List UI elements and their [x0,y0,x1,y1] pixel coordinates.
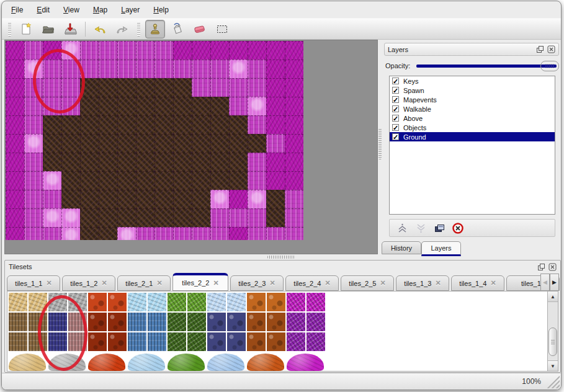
layer-visibility-checkbox[interactable]: ✓ [392,124,399,131]
undo-button[interactable] [90,20,110,38]
tileset-puff-tile-ice_puff[interactable] [128,354,165,371]
tileset-tile-crystal_dark[interactable] [207,313,226,331]
tileset-tile-vine_dark[interactable] [168,332,186,351]
close-tab-icon[interactable]: ✕ [435,279,441,287]
tileset-tile-coral_dark[interactable] [247,313,266,331]
tileset-tile-bark[interactable] [9,332,27,351]
dock-tab-history[interactable]: History [382,241,421,254]
tileset-tile-sand[interactable] [9,293,27,311]
layer-visibility-checkbox[interactable]: ✓ [392,87,399,94]
layer-visibility-checkbox[interactable]: ✓ [392,105,399,112]
tileset-puff-tile-fire_puff[interactable] [88,354,125,371]
layer-visibility-checkbox[interactable]: ✓ [392,133,399,140]
tileset-tile-crystal_dark[interactable] [227,313,246,331]
layer-visibility-checkbox[interactable]: ✓ [392,115,399,122]
eraser-button[interactable] [190,20,210,38]
duplicate-layer-button[interactable] [432,221,447,235]
tileset-tile-crystal_dark[interactable] [207,332,226,351]
menu-item-layer[interactable]: Layer [114,4,146,16]
menu-item-edit[interactable]: Edit [30,4,56,16]
close-panel-icon[interactable] [548,262,557,271]
new-button[interactable] [16,20,36,38]
tileset-tile-bark[interactable] [9,313,27,331]
stamp-button[interactable] [145,20,165,38]
tileset-tile-fire_dark[interactable] [108,332,127,351]
tileset-tile-ice_col[interactable] [128,313,146,331]
tileset-tile-sand[interactable] [29,293,47,311]
tileset-tile-coral_dark[interactable] [267,313,285,331]
tileset-scrollbar[interactable]: ▲ ▼ [547,291,558,372]
tileset-tile-vine[interactable] [187,293,206,311]
tileset-tab-tiles_1_2[interactable]: tiles_1_2✕ [62,275,115,291]
close-tab-icon[interactable]: ✕ [380,279,385,287]
select-button[interactable] [212,20,232,38]
layer-row-mapevents[interactable]: ✓Mapevents [390,95,555,104]
tileset-tile-crystal[interactable] [227,293,246,311]
tileset-tile-stone[interactable] [68,293,87,311]
scroll-tabs-left-button[interactable]: ◀ [540,274,550,291]
tileset-puff-tile-coral_puff[interactable] [247,354,284,371]
tileset-tile-vine_dark[interactable] [187,332,206,351]
tileset-tab-tiles_2_3[interactable]: tiles_2_3✕ [230,275,284,291]
map-canvas[interactable] [6,41,304,240]
tileset-tile-vine_dark[interactable] [187,313,206,331]
tileset-tile-fire_dark[interactable] [88,313,107,331]
close-tab-icon[interactable]: ✕ [269,279,275,287]
tileset-tile-vine[interactable] [168,293,186,311]
layer-row-keys[interactable]: ✓Keys [390,76,555,86]
menu-item-map[interactable]: Map [86,4,114,16]
tileset-tile-bark[interactable] [29,332,47,351]
tileset-tile-crystal_dark[interactable] [227,332,246,351]
fill-button[interactable] [168,20,187,38]
close-tab-icon[interactable]: ✕ [325,279,330,287]
layer-row-above[interactable]: ✓Above [390,114,555,123]
layer-row-walkable[interactable]: ✓Walkable [390,104,555,114]
close-tab-icon[interactable]: ✕ [156,279,162,287]
tileset-tile-fire[interactable] [108,293,127,311]
tileset-tab-tiles_1_3[interactable]: tiles_1_3✕ [396,275,449,291]
scroll-tabs-right-button[interactable]: ▶ [550,274,559,291]
tileset-tile-bark[interactable] [29,313,47,331]
tileset-tab-tiles_2_5[interactable]: tiles_2_5✕ [341,275,394,291]
opacity-slider-handle[interactable] [540,61,559,71]
layer-visibility-checkbox[interactable]: ✓ [392,96,399,103]
dock-tab-layers[interactable]: Layers [421,241,461,256]
tileset-tile-crystal[interactable] [207,293,226,311]
close-tab-icon[interactable]: ✕ [213,279,218,287]
tileset-tile-ice_scale[interactable] [148,293,166,311]
close-tab-icon[interactable]: ✕ [46,279,51,287]
tileset-tile-coral_dark[interactable] [267,332,285,351]
tileset-puff-tile-crystal_puff[interactable] [207,354,244,371]
scrollbar-thumb[interactable] [548,327,557,356]
menu-item-file[interactable]: File [4,4,30,16]
delete-layer-button[interactable] [450,221,465,235]
tileset-tile-stone[interactable] [48,293,67,311]
float-panel-icon[interactable] [537,262,545,271]
tileset-tile-coral_dark[interactable] [247,332,266,351]
tileset-tile-mauve[interactable] [68,313,87,331]
scroll-down-button[interactable]: ▼ [548,360,558,371]
tileset-tile-ice_col[interactable] [148,332,166,351]
open-button[interactable] [38,20,58,38]
move-layer-up-button[interactable] [395,221,410,235]
menu-item-view[interactable]: View [56,4,86,16]
tileset-tile-navy[interactable] [48,313,67,331]
tileset-tile-web[interactable] [307,293,325,311]
tileset-tile-fire_dark[interactable] [108,313,127,331]
tileset-puff-tile-vine_puff[interactable] [168,354,205,371]
layer-row-ground[interactable]: ✓Ground [390,132,555,141]
tileset-tile-vine_dark[interactable] [168,313,186,331]
toolbar-grip[interactable] [137,22,140,37]
tileset-tile-fire_dark[interactable] [88,332,107,351]
tileset-tile-coral[interactable] [267,293,285,311]
tileset-tile-fire[interactable] [88,293,107,311]
tileset-tile-ice_col[interactable] [128,332,146,351]
tileset-tab-tiles_2_1[interactable]: tiles_2_1✕ [117,275,171,291]
tileset-puff-tile-sand_puff[interactable] [9,354,46,371]
tileset-tile-web_dark[interactable] [307,313,325,331]
tileset-content[interactable] [7,291,548,372]
close-panel-icon[interactable] [547,45,555,54]
tileset-tile-ice_col[interactable] [148,313,166,331]
tileset-tile-ice_scale[interactable] [128,293,146,311]
layer-visibility-checkbox[interactable]: ✓ [392,78,399,84]
